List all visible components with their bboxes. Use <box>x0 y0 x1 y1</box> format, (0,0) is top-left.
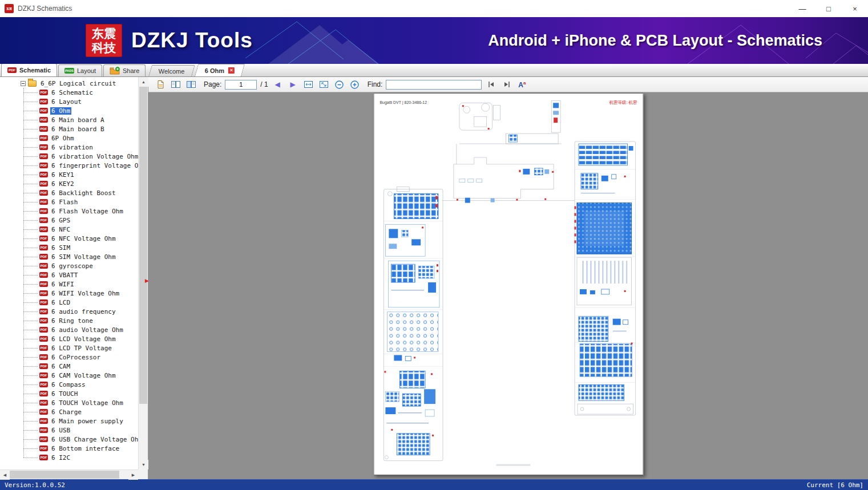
tree-item-label: 6 I2C <box>50 454 71 461</box>
previous-page-icon[interactable]: ◀ <box>272 79 284 91</box>
tree-item-label: 6 WIFI <box>50 281 75 288</box>
fit-width-icon[interactable] <box>302 79 314 91</box>
tree-item[interactable]: PDF 6 gyroscope <box>0 261 138 270</box>
tree-item[interactable]: PDF 6 vibration Voltage Ohm <box>0 152 138 161</box>
tree-item[interactable]: PDF 6 audio frequency <box>0 307 138 316</box>
close-tab-icon[interactable]: × <box>228 67 235 74</box>
viewer-toolbar: Page: / 1 ◀ ▶ <box>148 77 868 92</box>
page-number-input[interactable] <box>225 80 257 90</box>
sidebar-vertical-scrollbar[interactable]: ▲ ▼ <box>138 77 148 469</box>
doc-tab-welcome[interactable]: Welcome <box>148 65 195 76</box>
tree-item[interactable]: PDF 6 Compass <box>0 380 138 389</box>
continuous-pages-icon[interactable] <box>185 79 197 91</box>
tree-item[interactable]: PDF 6 Ohm <box>0 106 138 115</box>
tab-schematic[interactable]: PDF Schematic <box>1 63 57 76</box>
tree-item[interactable]: PDF 6 Backlight Boost <box>0 188 138 197</box>
facing-pages-icon[interactable] <box>169 79 181 91</box>
find-input[interactable] <box>386 80 482 90</box>
pdf-icon: PDF <box>39 318 48 323</box>
pdf-icon: PDF <box>39 455 48 460</box>
scroll-right-icon[interactable]: ▶ <box>128 470 138 480</box>
tree-item[interactable]: PDF 6 SIM Voltage Ohm <box>0 252 138 261</box>
tree-item[interactable]: PDF 6 NFC <box>0 225 138 234</box>
pdf-icon: PDF <box>39 354 48 360</box>
tree-item[interactable]: PDF 6 Main board B <box>0 124 138 133</box>
tree-item[interactable]: PDF 6 SIM <box>0 243 138 252</box>
tree-item[interactable]: PDF 6 CoProcessor <box>0 353 138 362</box>
collapse-icon[interactable] <box>21 81 26 86</box>
tree-item[interactable]: PDF 6 WIFI Voltage Ohm <box>0 289 138 298</box>
find-previous-icon[interactable] <box>485 79 497 91</box>
tree-item[interactable]: PDF 6 TOUCH <box>0 389 138 398</box>
tree-item[interactable]: PDF 6 VBATT <box>0 270 138 280</box>
splitter-collapse-icon[interactable]: ▶ <box>145 278 149 284</box>
scroll-left-icon[interactable]: ◀ <box>0 470 10 480</box>
tree-item[interactable]: PDF 6 vibration <box>0 143 138 152</box>
tree-item[interactable]: PDF 6 I2C <box>0 453 138 462</box>
tree-item[interactable]: PDF 6 Schematic <box>0 88 138 97</box>
tree-item[interactable]: PDF 6 Flash <box>0 197 138 206</box>
tree-item[interactable]: PDF 6 USB <box>0 426 138 435</box>
tree-item[interactable]: PDF 6 GPS <box>0 216 138 225</box>
brand-logo-line2: 科技 <box>92 41 116 55</box>
sidebar-horizontal-scrollbar[interactable]: ◀ ▶ <box>0 469 138 479</box>
tab-share[interactable]: Share <box>103 64 146 76</box>
scroll-down-icon[interactable]: ▼ <box>139 460 148 469</box>
vertical-scroll-thumb[interactable] <box>139 87 147 404</box>
tree-item[interactable]: PDF 6P Ohm <box>0 133 138 143</box>
zoom-out-icon[interactable] <box>333 79 345 91</box>
tree-root[interactable]: 6_6P Logical circuit <box>0 79 138 88</box>
tree-item-label: 6 SIM Voltage Ohm <box>50 253 117 261</box>
tree-item-label: 6 NFC Voltage Ohm <box>50 235 117 242</box>
fit-page-icon[interactable] <box>318 79 330 91</box>
pdf-icon: PDF <box>39 263 48 269</box>
tree-item[interactable]: PDF 6 CAM Voltage Ohm <box>0 371 138 380</box>
tree-item[interactable]: PDF 6 LCD Voltage Ohm <box>0 334 138 343</box>
tree-item[interactable]: PDF 6 CAM <box>0 362 138 371</box>
single-page-icon[interactable] <box>154 79 166 91</box>
pdf-icon: PDF <box>39 327 48 333</box>
tab-schematic-label: Schematic <box>19 67 51 74</box>
tree-item[interactable]: PDF 6 LCD TP Voltage <box>0 343 138 353</box>
tree-item-label: 6 USB <box>50 427 71 434</box>
tree-item-label: 6 USB Charge Voltage Ohm <box>50 436 138 443</box>
next-page-icon[interactable]: ▶ <box>287 79 299 91</box>
close-button[interactable]: × <box>842 0 868 17</box>
tree-item[interactable]: PDF 6 Layout <box>0 97 138 106</box>
tree-item[interactable]: PDF 6 NFC Voltage Ohm <box>0 234 138 243</box>
tree-item[interactable]: PDF 6 KEY1 <box>0 170 138 179</box>
tree-connector-line <box>23 88 24 457</box>
brand-logo-line1: 东震 <box>92 26 116 41</box>
tree-item-label: 6 audio Voltage Ohm <box>50 326 124 334</box>
pdf-viewer[interactable]: Bugatti DVT | 820-3486-12 机密等级: 机密 <box>148 92 868 479</box>
tree-item[interactable]: PDF 6 Ring tone <box>0 316 138 325</box>
maximize-button[interactable]: □ <box>815 0 842 17</box>
tree-item[interactable]: PDF 6 WIFI <box>0 280 138 289</box>
tree-items: PDF 6 Schematic PDF 6 Layout PDF 6 Ohm P… <box>0 88 138 462</box>
tree-item[interactable]: PDF 6 Main board A <box>0 115 138 124</box>
match-case-icon[interactable]: Aa <box>516 79 528 91</box>
app-banner: 东震 科技 DZKJ Tools Android + iPhone & PCB … <box>0 17 868 64</box>
tree-item[interactable]: PDF 6 TOUCH Voltage Ohm <box>0 398 138 407</box>
tree-item[interactable]: PDF 6 KEY2 <box>0 179 138 188</box>
tab-layout[interactable]: PADS Layout <box>58 64 102 76</box>
tree-item-label: 6 CoProcessor <box>50 354 102 361</box>
pdf-icon: PDF <box>39 372 48 378</box>
minimize-button[interactable]: — <box>789 0 815 17</box>
pdf-icon: PDF <box>39 199 48 205</box>
tree-item[interactable]: PDF 6 Bottom interface <box>0 444 138 453</box>
pdf-icon: PDF <box>39 409 48 415</box>
tree-item[interactable]: PDF 6 Charge <box>0 407 138 416</box>
tree-item[interactable]: PDF 6 fingerprint Voltage Ohm <box>0 161 138 170</box>
doc-tab-6ohm[interactable]: 6 Ohm × <box>195 64 245 76</box>
tree-item[interactable]: PDF 6 USB Charge Voltage Ohm <box>0 435 138 444</box>
tree-item[interactable]: PDF 6 Main power supply <box>0 416 138 426</box>
tree-item[interactable]: PDF 6 LCD <box>0 298 138 307</box>
zoom-in-icon[interactable] <box>349 79 361 91</box>
tree-item-label: 6 Ring tone <box>50 317 94 325</box>
horizontal-scroll-thumb[interactable] <box>10 471 119 479</box>
find-next-icon[interactable] <box>500 79 512 91</box>
tree-item[interactable]: PDF 6 audio Voltage Ohm <box>0 325 138 334</box>
scroll-up-icon[interactable]: ▲ <box>139 77 148 87</box>
tree-item[interactable]: PDF 6 Flash Voltage Ohm <box>0 206 138 216</box>
